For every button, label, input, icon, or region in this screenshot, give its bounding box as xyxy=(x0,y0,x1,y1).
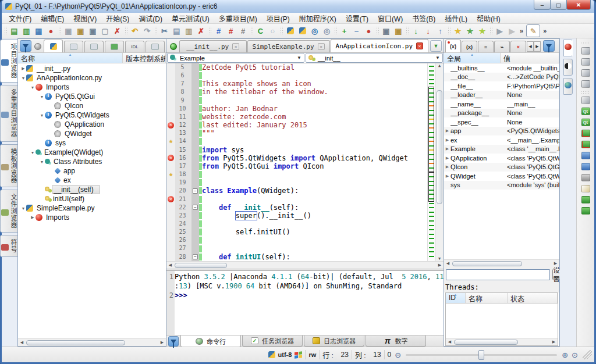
globals-tab[interactable]: (x) xyxy=(445,40,461,52)
fold-cell[interactable] xyxy=(191,236,199,244)
column-globals[interactable]: ▲全局 xyxy=(444,53,501,63)
comment-button[interactable]: # xyxy=(212,25,225,37)
sidebar-tab-文件浏览器[interactable]: 文件浏览器 xyxy=(0,190,19,233)
menu-文件(F)[interactable]: 文件(F) xyxy=(4,13,36,24)
maximize-button[interactable]: ▢ xyxy=(550,0,567,10)
tree-item-Class Attributes[interactable]: ▼Class Attributes xyxy=(18,157,166,166)
method-combobox[interactable]: __init__ ▼ xyxy=(306,53,443,63)
others-tab[interactable] xyxy=(146,41,165,52)
toolbar-grip[interactable] xyxy=(334,26,337,35)
toolbar-overflow-button[interactable]: » xyxy=(518,27,525,34)
globals-row[interactable]: __builtins__<module __builtin__ ( xyxy=(444,63,559,73)
toolbar-grip[interactable] xyxy=(208,26,211,35)
right-tab-IRC[interactable] xyxy=(563,78,573,95)
close-all-button[interactable]: ✗ xyxy=(111,25,123,37)
tab-scroll-left-button[interactable]: ◀ xyxy=(527,41,534,52)
encoding-indicator[interactable]: utf-8 xyxy=(278,351,292,358)
locals-tab[interactable]: (x) xyxy=(462,41,477,52)
fold-margin[interactable]: −−− xyxy=(191,63,199,261)
fold-cell[interactable] xyxy=(191,97,199,105)
bookmark-toggle-button[interactable]: ★ xyxy=(452,25,464,37)
bottom-tab-命令行[interactable]: 命令行 xyxy=(180,336,241,347)
project-remove-button[interactable]: − xyxy=(350,25,363,37)
code-text[interactable]: ZetCode PyQt5 tutorialThis example shows… xyxy=(202,63,427,261)
toolbar-grip[interactable] xyxy=(581,91,590,94)
fold-cell[interactable] xyxy=(191,162,199,170)
redo-button[interactable]: ↷ xyxy=(141,25,153,37)
menu-项目(P)[interactable]: 项目(P) xyxy=(262,13,295,24)
translations-tab[interactable] xyxy=(105,41,124,52)
globals-row[interactable]: ▶QApplication<class 'PyQt5.QtWidg xyxy=(444,154,559,163)
fold-cell[interactable] xyxy=(191,121,199,129)
toolbar-grip[interactable] xyxy=(280,26,283,35)
marker-map[interactable] xyxy=(427,63,435,261)
project-tree-hscrollbar[interactable]: ◀▶ xyxy=(18,338,166,346)
stop-button[interactable]: ○ xyxy=(267,25,279,37)
globals-row[interactable]: __package__None xyxy=(444,109,559,118)
editor-tab-__init__.py[interactable]: __init__.py✕ xyxy=(179,40,247,52)
uncomment-button[interactable]: # xyxy=(225,25,237,37)
bottom-tab-任务浏览器[interactable]: ✓任务浏览器 xyxy=(242,336,303,347)
fold-cell[interactable] xyxy=(191,220,199,228)
upload-button[interactable]: ↑ xyxy=(434,25,446,37)
tree-item-PyQt5.QtGui[interactable]: ▼PyQt5.QtGui xyxy=(18,92,166,101)
tree-item-QIcon[interactable]: QIcon xyxy=(18,101,166,110)
fold-cell[interactable] xyxy=(191,88,199,96)
tab-close-icon[interactable]: ✕ xyxy=(416,42,423,49)
globals-row[interactable]: __name____main__ xyxy=(444,99,559,109)
tree-item-__init__(self)[interactable]: __init__(self) xyxy=(18,185,166,194)
close-button[interactable]: ● xyxy=(45,25,57,37)
tree-item-Imports[interactable]: ▶Imports xyxy=(18,213,166,222)
column-name[interactable]: ▲名称 xyxy=(18,53,123,63)
expander-closed-icon[interactable]: ▶ xyxy=(444,156,450,160)
threads-hscrollbar[interactable]: ◀▶ xyxy=(446,338,558,345)
tree-item-SimpleExample.py[interactable]: ▼SimpleExample.py xyxy=(18,204,166,213)
python-window-button[interactable] xyxy=(296,25,308,37)
fold-cell[interactable] xyxy=(191,63,199,72)
project-save-button[interactable]: ▣ xyxy=(380,25,392,37)
tab-close-icon[interactable]: ✕ xyxy=(232,43,239,50)
permission-indicator[interactable]: rw xyxy=(308,351,316,358)
expander-open-icon[interactable]: ▼ xyxy=(39,160,45,164)
interfaces-tab[interactable]: IDL xyxy=(125,41,144,52)
call-stack-tab[interactable]: ≡ xyxy=(478,41,494,52)
gear-icon[interactable] xyxy=(581,97,590,104)
expander-closed-icon[interactable]: ▶ xyxy=(444,138,450,142)
toolbar-overflow-button-2[interactable]: » xyxy=(541,27,548,34)
fold-cell[interactable] xyxy=(191,80,199,88)
debug-filter-button[interactable] xyxy=(543,40,555,52)
zoom-out-icon[interactable]: ⊖ xyxy=(395,351,401,359)
resources-tab[interactable] xyxy=(84,41,104,52)
bookmark-next-button[interactable]: ★ xyxy=(464,25,476,37)
tree-item-AnApplicationIcon.py[interactable]: ▼AnApplicationIcon.py xyxy=(18,73,166,83)
menu-调试(D)[interactable]: 调试(D) xyxy=(134,13,167,24)
icon-editor-icon[interactable] xyxy=(581,152,590,159)
marker-margin[interactable]: ✕★✕★✕ xyxy=(166,63,175,261)
toolbar-grip[interactable] xyxy=(58,26,61,35)
fold-minus-icon[interactable]: − xyxy=(193,254,198,259)
sidebar-tab-项目浏览器[interactable]: 项目浏览器 xyxy=(0,40,19,83)
bookmark-star-icon[interactable]: ★ xyxy=(169,170,173,179)
fold-cell[interactable] xyxy=(191,228,199,236)
unittest-icon[interactable] xyxy=(581,47,590,55)
globals-row[interactable]: ▶Example<class '__main__.Exam xyxy=(444,145,559,154)
undo-button[interactable]: ↶ xyxy=(129,25,141,37)
fold-cell[interactable] xyxy=(191,244,199,252)
toolbar-grip[interactable] xyxy=(581,41,590,44)
refresh-button[interactable]: C xyxy=(254,25,267,37)
database-icon[interactable] xyxy=(581,174,590,181)
compare-files-icon[interactable] xyxy=(581,69,590,77)
fold-cell[interactable] xyxy=(191,113,199,121)
fold-minus-icon[interactable]: − xyxy=(193,188,198,194)
project-add-button[interactable]: + xyxy=(338,25,350,37)
expander-closed-icon[interactable]: ▶ xyxy=(444,147,450,151)
bottom-tab-日志浏览器[interactable]: 日志浏览器 xyxy=(304,336,364,347)
tree-item-QApplication[interactable]: QApplication xyxy=(18,120,166,129)
globals-hscrollbar[interactable]: ◀▶ xyxy=(444,259,559,267)
globals-row[interactable]: __spec__None xyxy=(444,117,559,127)
map-viewport-icon[interactable] xyxy=(428,87,434,202)
delete-button[interactable]: ✗ xyxy=(195,25,207,37)
title-bar[interactable]: PyQt_01 - F:\Python\PyQt5\PyQt_01\AnAppl… xyxy=(2,0,594,13)
fold-cell[interactable] xyxy=(191,170,199,179)
goto-button[interactable]: ▶ xyxy=(494,25,506,37)
